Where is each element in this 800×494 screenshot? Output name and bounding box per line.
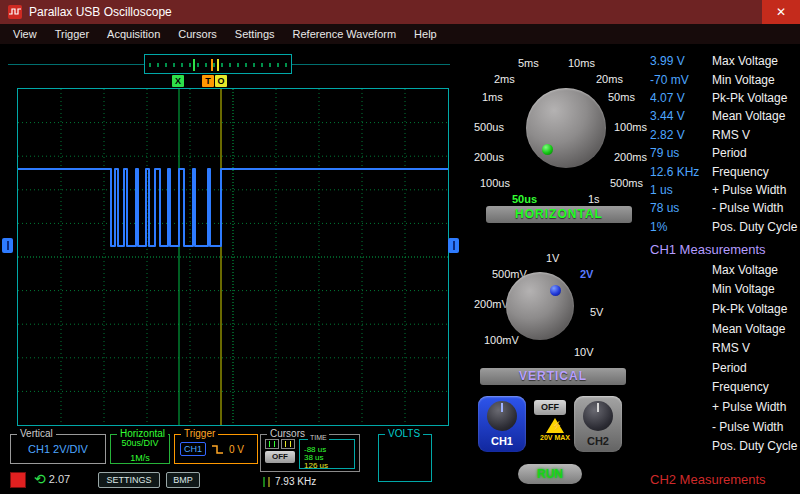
vertical-section-label: VERTICAL [480, 368, 626, 385]
measurement-row: + Pulse Width [650, 397, 800, 417]
volts-status-title: VOLTS [385, 428, 423, 439]
measurement-label: Pos. Duty Cycle [712, 439, 797, 453]
version-readout: 2.07 [49, 473, 70, 485]
ch2-measurements-group: Max Voltage Min Voltage Pk-Pk Voltage Me… [650, 260, 800, 456]
ch1-ground-marker-left[interactable] [2, 238, 13, 253]
time-cursors-icon[interactable] [265, 439, 279, 449]
horizontal-section-label: HORIZONTAL [486, 206, 632, 223]
measurement-row: 1%Pos. Duty Cycle [650, 218, 800, 236]
voltsdiv-100mv[interactable]: 100mV [484, 334, 519, 346]
measurement-row: Pos. Duty Cycle [650, 436, 800, 456]
measurement-label: Pk-Pk Voltage [712, 91, 787, 105]
timebase-50ms[interactable]: 50ms [608, 91, 635, 103]
app-window: Parallax USB Oscilloscope ✕ View Trigger… [0, 0, 800, 494]
timebase-200ms[interactable]: 200ms [614, 151, 647, 163]
menu-acquisition[interactable]: Acquisition [98, 24, 169, 44]
menu-view[interactable]: View [4, 24, 46, 44]
stop-button[interactable] [10, 472, 26, 488]
ch1-knob [487, 401, 517, 431]
measurement-row: 12.6 KHzFrequency [650, 162, 800, 180]
ch2-label: CH2 [587, 435, 609, 447]
timebase-2ms[interactable]: 2ms [494, 73, 515, 85]
time-panel-title: TIME [308, 434, 329, 441]
measurement-label: Period [712, 361, 747, 375]
cursor-delta-icon [262, 477, 271, 487]
ch1-button[interactable]: CH1 [478, 396, 526, 452]
cursor-o-marker[interactable]: O [215, 75, 227, 87]
refresh-indicator: ⟲ 2.07 [34, 471, 70, 487]
voltsdiv-2v-selected[interactable]: 2V [580, 268, 593, 280]
timebase-1s[interactable]: 1s [588, 193, 600, 205]
bmp-button[interactable]: BMP [166, 472, 200, 488]
horizontal-sample-rate: 1M/s [111, 450, 169, 465]
menu-reference-waveform[interactable]: Reference Waveform [284, 24, 406, 44]
acquisition-preview-strip[interactable] [144, 54, 292, 74]
ch1-measurements-header: CH1 Measurements [650, 242, 766, 257]
cursor-frequency-readout: 7.93 KHz [262, 476, 316, 487]
settings-button[interactable]: SETTINGS [98, 472, 160, 488]
timebase-200us[interactable]: 200us [474, 151, 504, 163]
cursor-x-marker[interactable]: X [172, 75, 184, 87]
measurement-label: Min Voltage [712, 73, 775, 87]
volt-cursors-icon[interactable] [281, 439, 295, 449]
ch2-knob [583, 401, 613, 431]
voltsdiv-200mv[interactable]: 200mV [474, 298, 509, 310]
menu-bar: View Trigger Acquisition Cursors Setting… [0, 24, 800, 44]
scope-display-area: X T O Vertical CH1 2V/DIV Horizontal 50u… [0, 44, 460, 494]
measurement-value: -70 mV [650, 73, 712, 87]
timebase-100ms[interactable]: 100ms [614, 121, 647, 133]
timebase-100us[interactable]: 100us [480, 177, 510, 189]
menu-trigger[interactable]: Trigger [46, 24, 98, 44]
close-button[interactable]: ✕ [762, 0, 800, 24]
timebase-10ms[interactable]: 10ms [568, 57, 595, 69]
voltsdiv-5v[interactable]: 5V [590, 306, 603, 318]
measurement-value: 2.82 V [650, 128, 712, 142]
voltage-warning: ⚡ 20V MAX [538, 418, 572, 441]
app-icon [8, 5, 22, 19]
ch1-ground-marker-right[interactable] [448, 238, 459, 253]
ch2-button[interactable]: CH2 [574, 396, 622, 452]
menu-help[interactable]: Help [405, 24, 446, 44]
window-title: Parallax USB Oscilloscope [29, 5, 172, 19]
cursors-off-button[interactable]: OFF [265, 451, 295, 463]
trigger-t-marker[interactable]: T [202, 75, 214, 87]
measurement-value: 78 us [650, 201, 712, 215]
close-icon: ✕ [776, 5, 786, 19]
timebase-500us[interactable]: 500us [474, 121, 504, 133]
measurement-label: Period [712, 146, 747, 160]
right-panel: 5ms 10ms 2ms 20ms 1ms 50ms 500us 100ms 2… [460, 44, 800, 494]
run-button[interactable]: RUN [518, 464, 582, 484]
measurement-row: 2.82 VRMS V [650, 126, 800, 144]
voltsdiv-1v[interactable]: 1V [546, 252, 559, 264]
measurements-column: 3.99 VMax Voltage -70 mVMin Voltage 4.07… [650, 44, 800, 494]
trigger-channel-chip[interactable]: CH1 [180, 442, 206, 456]
menu-cursors[interactable]: Cursors [169, 24, 226, 44]
timebase-5ms[interactable]: 5ms [518, 57, 539, 69]
refresh-icon[interactable]: ⟲ [34, 471, 46, 487]
channel-off-button[interactable]: OFF [534, 400, 566, 415]
measurement-label: Max Voltage [712, 54, 778, 68]
ch2-measurements-header: CH2 Measurements [650, 472, 766, 487]
measurement-label: - Pulse Width [712, 420, 783, 434]
vertical-volts-knob[interactable] [506, 272, 574, 340]
timebase-50us-selected[interactable]: 50us [512, 193, 537, 205]
timebase-1ms[interactable]: 1ms [482, 91, 503, 103]
ch1-label: CH1 [491, 435, 513, 447]
measurement-label: Min Voltage [712, 282, 775, 296]
timebase-20ms[interactable]: 20ms [596, 73, 623, 85]
measurement-label: Pos. Duty Cycle [712, 220, 797, 234]
measurement-value: 1 us [650, 183, 712, 197]
measurement-row: 3.99 VMax Voltage [650, 52, 800, 70]
trigger-slope-icon[interactable] [211, 444, 224, 455]
trigger-level-value: 0 V [229, 444, 244, 455]
measurement-row: 4.07 VPk-Pk Voltage [650, 89, 800, 107]
trigger-status-box: Trigger CH1 0 V [174, 434, 258, 464]
menu-settings[interactable]: Settings [226, 24, 284, 44]
measurement-label: Mean Voltage [712, 109, 785, 123]
measurement-row: - Pulse Width [650, 417, 800, 437]
volts-status-box: VOLTS [378, 434, 432, 482]
voltsdiv-10v[interactable]: 10V [574, 346, 594, 358]
timebase-500ms[interactable]: 500ms [610, 177, 643, 189]
measurement-row: 78 us- Pulse Width [650, 199, 800, 217]
horizontal-timebase-knob[interactable] [526, 88, 606, 168]
